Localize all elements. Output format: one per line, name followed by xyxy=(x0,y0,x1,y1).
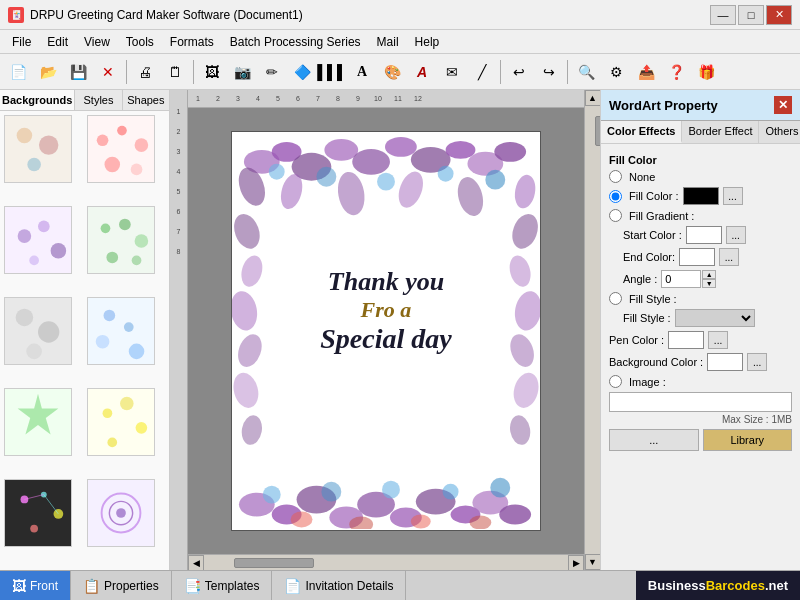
thumb-4[interactable] xyxy=(87,206,155,274)
svg-point-62 xyxy=(438,166,454,182)
menu-help[interactable]: Help xyxy=(407,33,448,51)
toolbar-help[interactable]: ❓ xyxy=(662,58,690,86)
toolbar-settings[interactable]: ⚙ xyxy=(602,58,630,86)
thumb-9[interactable] xyxy=(4,479,72,547)
thumb-2[interactable] xyxy=(87,115,155,183)
svg-point-38 xyxy=(21,496,29,504)
fill-color-swatch[interactable] xyxy=(683,187,719,205)
toolbar-close[interactable]: ✕ xyxy=(94,58,122,86)
none-radio[interactable] xyxy=(609,170,622,183)
tab-shapes[interactable]: Shapes xyxy=(123,90,169,110)
hscroll-left[interactable]: ◀ xyxy=(188,555,204,571)
svg-point-84 xyxy=(490,478,510,498)
scroll-up[interactable]: ▲ xyxy=(585,90,601,106)
close-button[interactable]: ✕ xyxy=(766,5,792,25)
prop-tab-border-effect[interactable]: Border Effect xyxy=(682,121,759,143)
library-btn[interactable]: Library xyxy=(703,429,793,451)
svg-point-64 xyxy=(234,164,270,210)
maximize-button[interactable]: □ xyxy=(738,5,764,25)
fill-color-radio[interactable] xyxy=(609,190,622,203)
prop-tab-others[interactable]: Others xyxy=(759,121,800,143)
bg-color-swatch[interactable] xyxy=(707,353,743,371)
fill-color-picker-btn[interactable]: ... xyxy=(723,187,743,205)
fill-style-radio[interactable] xyxy=(609,292,622,305)
menu-tools[interactable]: Tools xyxy=(118,33,162,51)
thumb-6[interactable] xyxy=(87,297,155,365)
toolbar-new[interactable]: 📄 xyxy=(4,58,32,86)
scroll-down[interactable]: ▼ xyxy=(585,554,601,570)
canvas-scroll[interactable]: Thank you Fro a Special day xyxy=(188,108,584,554)
menu-mail[interactable]: Mail xyxy=(369,33,407,51)
svg-point-51 xyxy=(292,153,332,181)
menu-batch[interactable]: Batch Processing Series xyxy=(222,33,369,51)
toolbar-sep2 xyxy=(193,60,194,84)
toolbar-line[interactable]: ╱ xyxy=(468,58,496,86)
bg-color-picker-btn[interactable]: ... xyxy=(747,353,767,371)
tab-templates[interactable]: 📑 Templates xyxy=(172,571,273,600)
net-text: .net xyxy=(765,578,788,593)
toolbar-export[interactable]: 📤 xyxy=(632,58,660,86)
toolbar-wordart[interactable]: A xyxy=(408,58,436,86)
wordart-close-button[interactable]: ✕ xyxy=(774,96,792,114)
svg-point-16 xyxy=(100,224,110,234)
end-color-picker-btn[interactable]: ... xyxy=(719,248,739,266)
tab-front[interactable]: 🖼 Front xyxy=(0,571,71,600)
menu-edit[interactable]: Edit xyxy=(39,33,76,51)
toolbar-paint[interactable]: 🎨 xyxy=(378,58,406,86)
svg-point-63 xyxy=(485,170,505,190)
start-color-picker-btn[interactable]: ... xyxy=(726,226,746,244)
angle-down-btn[interactable]: ▼ xyxy=(702,279,716,288)
thumb-1[interactable] xyxy=(4,115,72,183)
pen-color-swatch[interactable] xyxy=(668,331,704,349)
svg-point-80 xyxy=(263,486,281,504)
menu-view[interactable]: View xyxy=(76,33,118,51)
thumb-5[interactable] xyxy=(4,297,72,365)
end-color-row: End Color: ... xyxy=(609,248,792,266)
toolbar-text[interactable]: A xyxy=(348,58,376,86)
svg-point-71 xyxy=(272,505,302,525)
fill-gradient-radio[interactable] xyxy=(609,209,622,222)
thumb-3[interactable] xyxy=(4,206,72,274)
ruler-mark: 1 xyxy=(177,108,181,128)
fill-style-select[interactable] xyxy=(675,309,755,327)
thumb-8[interactable] xyxy=(87,388,155,456)
scroll-thumb[interactable] xyxy=(595,116,601,146)
hscroll-track[interactable] xyxy=(204,557,568,569)
image-clear-btn[interactable]: ... xyxy=(609,429,699,451)
toolbar-print[interactable]: 🖨 xyxy=(131,58,159,86)
toolbar-zoom[interactable]: 🔍 xyxy=(572,58,600,86)
start-color-swatch[interactable] xyxy=(686,226,722,244)
svg-point-34 xyxy=(120,397,134,411)
tab-styles[interactable]: Styles xyxy=(75,90,122,110)
angle-up-btn[interactable]: ▲ xyxy=(702,270,716,279)
toolbar-preview[interactable]: 🗒 xyxy=(161,58,189,86)
toolbar-open[interactable]: 📂 xyxy=(34,58,62,86)
toolbar-redo[interactable]: ↪ xyxy=(535,58,563,86)
pen-color-picker-btn[interactable]: ... xyxy=(708,331,728,349)
toolbar-draw[interactable]: ✏ xyxy=(258,58,286,86)
hscroll-right[interactable]: ▶ xyxy=(568,555,584,571)
toolbar-shape[interactable]: 🔷 xyxy=(288,58,316,86)
toolbar-image[interactable]: 🖼 xyxy=(198,58,226,86)
toolbar-gift[interactable]: 🎁 xyxy=(692,58,720,86)
tab-properties[interactable]: 📋 Properties xyxy=(71,571,172,600)
angle-input[interactable] xyxy=(661,270,701,288)
prop-tab-color-effects[interactable]: Color Effects xyxy=(601,121,682,143)
minimize-button[interactable]: — xyxy=(710,5,736,25)
tab-backgrounds[interactable]: Backgrounds xyxy=(0,90,75,110)
toolbar-save[interactable]: 💾 xyxy=(64,58,92,86)
hscroll-thumb[interactable] xyxy=(234,558,314,568)
menu-file[interactable]: File xyxy=(4,33,39,51)
thumb-7[interactable] xyxy=(4,388,72,456)
toolbar-undo[interactable]: ↩ xyxy=(505,58,533,86)
thumb-10[interactable] xyxy=(87,479,155,547)
svg-point-24 xyxy=(26,344,42,360)
end-color-swatch[interactable] xyxy=(679,248,715,266)
toolbar-barcode[interactable]: ▌▌▌ xyxy=(318,58,346,86)
tab-invitation[interactable]: 📄 Invitation Details xyxy=(272,571,406,600)
menu-formats[interactable]: Formats xyxy=(162,33,222,51)
toolbar-photo[interactable]: 📷 xyxy=(228,58,256,86)
toolbar-symbol[interactable]: ✉ xyxy=(438,58,466,86)
image-path-input[interactable] xyxy=(609,392,792,412)
image-radio[interactable] xyxy=(609,375,622,388)
